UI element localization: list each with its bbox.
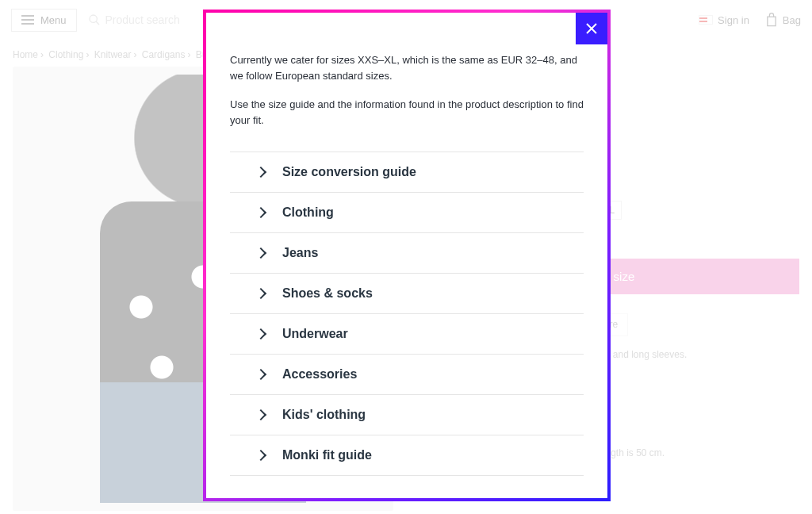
accordion-item-kids-clothing[interactable]: Kids' clothing: [230, 395, 584, 435]
size-guide-modal: Currently we cater for sizes XXS–XL, whi…: [203, 10, 611, 501]
modal-paragraph: Use the size guide and the information f…: [230, 97, 584, 128]
chevron-right-icon: [255, 247, 266, 258]
accordion-item-size-conversion[interactable]: Size conversion guide: [230, 152, 584, 192]
chevron-right-icon: [255, 368, 266, 379]
size-guide-accordion: Size conversion guide Clothing Jeans Sho…: [230, 152, 584, 476]
accordion-label: Jeans: [282, 246, 318, 260]
accordion-label: Shoes & socks: [282, 286, 373, 301]
close-button[interactable]: [576, 13, 607, 44]
accordion-label: Kids' clothing: [282, 408, 366, 422]
accordion-label: Underwear: [282, 327, 348, 341]
accordion-label: Clothing: [282, 205, 334, 220]
chevron-right-icon: [255, 409, 266, 420]
chevron-right-icon: [255, 287, 266, 298]
chevron-right-icon: [255, 449, 266, 460]
close-icon: [585, 22, 598, 35]
accordion-item-shoes-socks[interactable]: Shoes & socks: [230, 274, 584, 313]
chevron-right-icon: [255, 206, 266, 217]
accordion-label: Size conversion guide: [282, 165, 416, 179]
modal-paragraph: Currently we cater for sizes XXS–XL, whi…: [230, 52, 584, 84]
chevron-right-icon: [255, 166, 266, 177]
accordion-item-clothing[interactable]: Clothing: [230, 193, 584, 232]
accordion-label: Accessories: [282, 367, 357, 382]
accordion-item-underwear[interactable]: Underwear: [230, 314, 584, 354]
accordion-item-accessories[interactable]: Accessories: [230, 355, 584, 394]
accordion-label: Monki fit guide: [282, 448, 372, 462]
accordion-item-jeans[interactable]: Jeans: [230, 233, 584, 273]
chevron-right-icon: [255, 328, 266, 339]
accordion-item-fit-guide[interactable]: Monki fit guide: [230, 435, 584, 475]
